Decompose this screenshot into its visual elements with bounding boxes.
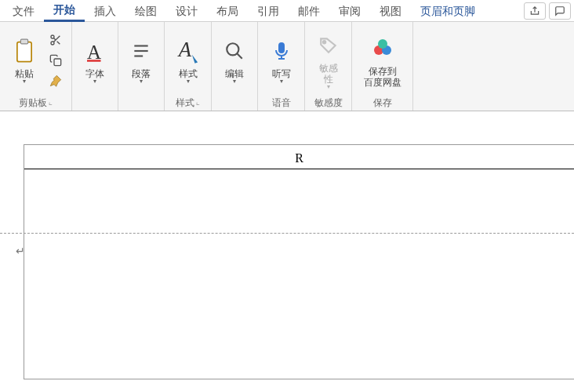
copy-button[interactable]	[45, 52, 66, 69]
group-paragraph: 段落 ▾	[118, 22, 165, 111]
paragraph-icon	[131, 41, 151, 61]
group-clipboard-label[interactable]: 剪贴板	[5, 95, 67, 111]
microphone-icon	[272, 39, 291, 63]
clipboard-icon	[13, 38, 35, 64]
group-styles: A 样式 ▾ 样式	[165, 22, 212, 111]
paragraph-mark: ↵	[16, 245, 25, 257]
chevron-down-icon: ▾	[280, 78, 283, 85]
group-clipboard: 粘贴 ▾ 剪贴板	[0, 22, 72, 111]
font-a-icon: A	[83, 39, 107, 63]
paste-button[interactable]: 粘贴 ▾	[6, 32, 42, 88]
svg-point-11	[227, 43, 238, 55]
styles-a-brush-icon: A	[176, 38, 200, 64]
tag-icon	[318, 35, 339, 56]
tab-draw[interactable]: 绘图	[125, 0, 166, 22]
group-styles-label[interactable]: 样式	[169, 95, 206, 111]
chevron-down-icon: ▾	[93, 78, 96, 85]
group-save-label: 保存	[357, 95, 408, 111]
group-save: 保存到 百度网盘 保存	[352, 22, 413, 111]
comments-icon	[554, 5, 565, 16]
tab-design[interactable]: 设计	[166, 0, 207, 22]
svg-rect-13	[279, 43, 284, 53]
cut-button[interactable]	[45, 31, 66, 49]
chevron-down-icon: ▾	[140, 78, 143, 85]
group-sensitivity: 敏感 性 ▾ 敏感度	[305, 22, 352, 111]
tab-strip: 文件 开始 插入 绘图 设计 布局 引用 邮件 审阅 视图 页眉和页脚	[0, 0, 574, 22]
format-painter-button[interactable]	[45, 72, 66, 89]
tab-insert[interactable]: 插入	[85, 0, 125, 22]
sensitivity-button: 敏感 性 ▾	[311, 27, 347, 93]
paintbrush-icon	[49, 74, 62, 87]
header-boundary-dashed	[0, 233, 574, 234]
tab-review[interactable]: 审阅	[329, 0, 370, 22]
chevron-down-icon: ▾	[233, 78, 236, 85]
svg-point-17	[378, 39, 387, 49]
tab-view[interactable]: 视图	[370, 0, 411, 22]
group-font-label	[77, 95, 113, 111]
tab-file[interactable]: 文件	[3, 0, 44, 22]
svg-point-2	[51, 35, 54, 38]
tab-header-footer[interactable]: 页眉和页脚	[411, 0, 485, 22]
svg-line-12	[237, 53, 242, 59]
page[interactable]: R	[24, 144, 574, 379]
cloud-save-icon	[371, 38, 394, 60]
svg-rect-4	[54, 59, 61, 66]
dictate-button[interactable]: 听写 ▾	[263, 32, 300, 88]
copy-icon	[49, 54, 62, 67]
paragraph-button[interactable]: 段落 ▾	[123, 32, 159, 88]
svg-point-3	[51, 42, 54, 45]
save-to-cloud-button[interactable]: 保存到 百度网盘	[362, 30, 403, 91]
tab-mailings[interactable]: 邮件	[289, 0, 329, 22]
chevron-down-icon: ▾	[23, 78, 26, 85]
svg-text:A: A	[176, 38, 191, 61]
header-text[interactable]: R	[24, 151, 574, 165]
svg-point-14	[322, 41, 325, 43]
group-editing: 编辑 ▾	[212, 22, 258, 111]
share-icon	[529, 5, 540, 16]
scissors-icon	[49, 34, 62, 46]
save-cloud-label: 保存到 百度网盘	[364, 66, 401, 88]
svg-rect-0	[16, 42, 31, 62]
group-font: A 字体 ▾	[72, 22, 118, 111]
group-editing-label	[216, 95, 252, 111]
svg-text:A: A	[87, 42, 101, 63]
tab-layout[interactable]: 布局	[207, 0, 248, 22]
group-sensitivity-label: 敏感度	[310, 95, 347, 111]
font-button[interactable]: A 字体 ▾	[77, 32, 113, 88]
editing-button[interactable]: 编辑 ▾	[216, 32, 252, 88]
header-underline	[24, 169, 574, 169]
comments-button[interactable]	[549, 2, 571, 20]
group-voice: 听写 ▾ 语音	[258, 22, 305, 111]
styles-button[interactable]: A 样式 ▾	[170, 32, 206, 88]
ribbon: 粘贴 ▾ 剪贴板 A	[0, 22, 574, 111]
group-voice-label: 语音	[263, 95, 300, 111]
tab-references[interactable]: 引用	[248, 0, 289, 22]
chevron-down-icon: ▾	[187, 78, 190, 85]
document-area: R ↵	[0, 111, 574, 392]
group-paragraph-label	[123, 95, 159, 111]
sensitivity-label: 敏感 性	[319, 63, 338, 85]
chevron-down-icon: ▾	[327, 83, 330, 90]
share-button[interactable]	[524, 2, 546, 20]
svg-rect-1	[20, 39, 27, 44]
tab-home[interactable]: 开始	[44, 0, 85, 22]
search-icon	[224, 41, 245, 61]
svg-rect-6	[87, 60, 101, 62]
